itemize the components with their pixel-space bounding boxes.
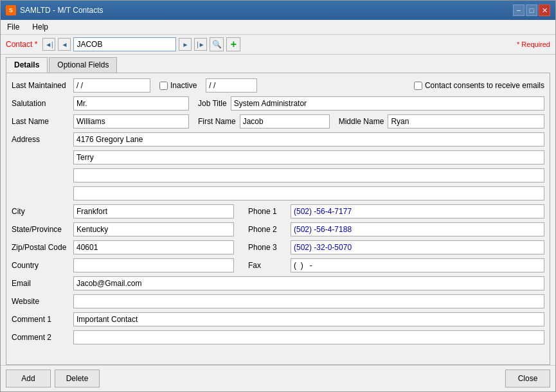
address1-input[interactable] — [73, 132, 544, 147]
state-input[interactable] — [73, 222, 234, 236]
menu-help[interactable]: Help — [30, 21, 51, 33]
email-label: Email — [12, 279, 69, 288]
middle-name-input[interactable] — [388, 114, 544, 129]
address2-row — [12, 150, 544, 165]
first-name-input[interactable] — [240, 114, 330, 129]
phone2-label: Phone 2 — [248, 225, 287, 234]
city-phone1-row: City Phone 1 — [12, 204, 544, 218]
toolbar: Contact * ◄| ◄ ► |► 🔍 + * Required — [1, 35, 555, 55]
contact-consents-checkbox[interactable] — [414, 82, 422, 90]
comment1-input[interactable] — [73, 312, 544, 326]
salutation-row: Salutation Job Title — [12, 96, 544, 111]
menu-file[interactable]: File — [4, 21, 22, 33]
nav-next-button[interactable]: ► — [179, 38, 192, 51]
inactive-checkbox[interactable] — [159, 82, 168, 90]
nav-last-button[interactable]: |► — [194, 38, 207, 51]
window-title: SAMLTD - M/T Contacts — [20, 6, 103, 15]
phone1-label: Phone 1 — [248, 207, 287, 216]
fax-label: Fax — [248, 261, 287, 270]
last-maintained-row: Last Maintained Inactive Contact consent… — [12, 78, 544, 93]
last-name-input[interactable] — [73, 114, 189, 129]
inactive-label: Inactive — [170, 81, 197, 90]
maximize-button[interactable]: □ — [526, 4, 537, 16]
salutation-label: Salutation — [12, 99, 69, 108]
job-title-input[interactable] — [231, 96, 544, 111]
phone3-input[interactable] — [291, 240, 544, 254]
salutation-input[interactable] — [73, 96, 189, 111]
app-icon: S — [6, 5, 16, 15]
email-input[interactable] — [73, 276, 544, 290]
address4-row — [12, 186, 544, 200]
job-title-label: Job Title — [198, 99, 227, 108]
address4-input[interactable] — [73, 186, 544, 200]
comment1-row: Comment 1 — [12, 312, 544, 326]
delete-button[interactable]: Delete — [55, 370, 100, 388]
address2-input[interactable] — [73, 150, 544, 165]
comment1-label: Comment 1 — [12, 315, 69, 324]
last-maintained-input[interactable] — [73, 78, 150, 93]
last-name-label: Last Name — [12, 117, 69, 126]
state-label: State/Province — [12, 225, 69, 234]
required-text: * Required — [517, 40, 550, 48]
add-button[interactable]: Add — [6, 370, 51, 388]
address3-row — [12, 168, 544, 183]
menu-bar: File Help — [1, 20, 555, 35]
form-content: Last Maintained Inactive Contact consent… — [6, 73, 550, 365]
state-phone2-row: State/Province Phone 2 — [12, 222, 544, 236]
tab-optional-fields[interactable]: Optional Fields — [49, 57, 117, 73]
address-label: Address — [12, 135, 69, 144]
nav-prev-button[interactable]: ◄ — [58, 38, 71, 51]
zip-label: Zip/Postal Code — [12, 243, 69, 252]
minimize-button[interactable]: − — [513, 4, 525, 16]
country-label: Country — [12, 261, 69, 270]
contact-consents-label: Contact consents to receive emails — [425, 81, 544, 90]
website-row: Website — [12, 294, 544, 308]
tab-details[interactable]: Details — [6, 57, 48, 73]
tabs-bar: Details Optional Fields — [1, 55, 555, 73]
nav-first-button[interactable]: ◄| — [42, 38, 55, 51]
address3-input[interactable] — [73, 168, 544, 183]
middle-name-label: Middle Name — [339, 117, 384, 126]
email-row: Email — [12, 276, 544, 290]
country-input[interactable] — [73, 258, 234, 272]
city-input[interactable] — [73, 204, 234, 218]
name-row: Last Name First Name Middle Name — [12, 114, 544, 129]
search-button[interactable]: 🔍 — [210, 37, 224, 51]
window-controls: − □ ✕ — [513, 4, 550, 16]
comment2-input[interactable] — [73, 330, 544, 344]
fax-input[interactable] — [291, 258, 544, 272]
city-label: City — [12, 207, 69, 216]
website-input[interactable] — [73, 294, 544, 308]
zip-phone3-row: Zip/Postal Code Phone 3 — [12, 240, 544, 254]
close-window-button[interactable]: ✕ — [539, 4, 550, 16]
phone1-input[interactable] — [291, 204, 544, 218]
phone2-input[interactable] — [291, 222, 544, 236]
contact-label: Contact * — [6, 40, 37, 49]
comment2-label: Comment 2 — [12, 333, 69, 342]
close-button[interactable]: Close — [505, 370, 550, 388]
zip-input[interactable] — [73, 240, 234, 254]
address1-row: Address — [12, 132, 544, 147]
first-name-label: First Name — [198, 117, 236, 126]
date2-input[interactable] — [206, 78, 257, 93]
country-fax-row: Country Fax — [12, 258, 544, 272]
bottom-bar: Add Delete Close — [1, 365, 555, 391]
add-new-button[interactable]: + — [226, 37, 240, 51]
comment2-row: Comment 2 — [12, 330, 544, 344]
website-label: Website — [12, 297, 69, 306]
contact-input[interactable] — [73, 37, 176, 51]
title-bar: S SAMLTD - M/T Contacts − □ ✕ — [1, 1, 555, 20]
phone3-label: Phone 3 — [248, 243, 287, 252]
last-maintained-label: Last Maintained — [12, 81, 69, 90]
